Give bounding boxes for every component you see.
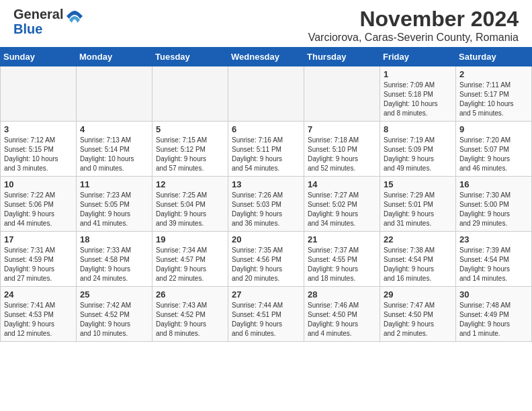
day-number: 2	[459, 69, 528, 79]
calendar-cell: 22Sunrise: 7:38 AM Sunset: 4:54 PM Dayli…	[380, 232, 456, 287]
calendar-cell: 16Sunrise: 7:30 AM Sunset: 5:00 PM Dayli…	[456, 177, 532, 232]
day-info: Sunrise: 7:48 AM Sunset: 4:49 PM Dayligh…	[459, 301, 528, 338]
calendar-cell: 12Sunrise: 7:25 AM Sunset: 5:04 PM Dayli…	[152, 177, 228, 232]
weekday-header-row: SundayMondayTuesdayWednesdayThursdayFrid…	[1, 48, 532, 66]
day-number: 6	[232, 124, 300, 134]
calendar-cell: 19Sunrise: 7:34 AM Sunset: 4:57 PM Dayli…	[152, 232, 228, 287]
calendar-cell: 27Sunrise: 7:44 AM Sunset: 4:51 PM Dayli…	[228, 287, 304, 342]
calendar-cell	[1, 66, 77, 122]
day-info: Sunrise: 7:31 AM Sunset: 4:59 PM Dayligh…	[4, 246, 73, 283]
day-info: Sunrise: 7:26 AM Sunset: 5:03 PM Dayligh…	[232, 191, 300, 228]
day-info: Sunrise: 7:20 AM Sunset: 5:07 PM Dayligh…	[459, 136, 528, 173]
day-number: 3	[4, 124, 73, 134]
calendar-cell: 4Sunrise: 7:13 AM Sunset: 5:14 PM Daylig…	[77, 122, 152, 177]
day-number: 15	[384, 179, 452, 189]
logo-blue: Blue	[13, 21, 42, 36]
day-info: Sunrise: 7:39 AM Sunset: 4:54 PM Dayligh…	[459, 246, 528, 283]
calendar-cell: 2Sunrise: 7:11 AM Sunset: 5:17 PM Daylig…	[456, 66, 532, 122]
day-number: 14	[308, 179, 376, 189]
location: Varciorova, Caras-Severin County, Romani…	[308, 32, 519, 44]
calendar-cell: 10Sunrise: 7:22 AM Sunset: 5:06 PM Dayli…	[1, 177, 77, 232]
day-number: 11	[80, 179, 148, 189]
calendar-cell: 5Sunrise: 7:15 AM Sunset: 5:12 PM Daylig…	[152, 122, 228, 177]
day-number: 8	[384, 124, 452, 134]
day-info: Sunrise: 7:16 AM Sunset: 5:11 PM Dayligh…	[232, 136, 300, 173]
calendar-cell: 24Sunrise: 7:41 AM Sunset: 4:53 PM Dayli…	[1, 287, 77, 342]
day-number: 25	[80, 289, 148, 300]
calendar-cell: 26Sunrise: 7:43 AM Sunset: 4:52 PM Dayli…	[152, 287, 228, 342]
day-info: Sunrise: 7:47 AM Sunset: 4:50 PM Dayligh…	[384, 301, 452, 338]
calendar-cell: 21Sunrise: 7:37 AM Sunset: 4:55 PM Dayli…	[304, 232, 380, 287]
day-info: Sunrise: 7:22 AM Sunset: 5:06 PM Dayligh…	[4, 191, 73, 228]
calendar-cell: 1Sunrise: 7:09 AM Sunset: 5:18 PM Daylig…	[380, 66, 456, 122]
calendar-cell	[304, 66, 380, 122]
day-number: 26	[156, 289, 224, 300]
calendar-cell: 9Sunrise: 7:20 AM Sunset: 5:07 PM Daylig…	[456, 122, 532, 177]
week-row-3: 17Sunrise: 7:31 AM Sunset: 4:59 PM Dayli…	[1, 232, 532, 287]
logo: General Blue	[13, 7, 84, 36]
page-header: General Blue November 2024 Varciorova, C…	[0, 0, 532, 47]
day-info: Sunrise: 7:35 AM Sunset: 4:56 PM Dayligh…	[232, 246, 300, 283]
day-info: Sunrise: 7:29 AM Sunset: 5:01 PM Dayligh…	[384, 191, 452, 228]
day-number: 10	[4, 179, 73, 189]
calendar-cell: 30Sunrise: 7:48 AM Sunset: 4:49 PM Dayli…	[456, 287, 532, 342]
day-number: 21	[308, 234, 376, 244]
day-number: 20	[232, 234, 300, 244]
calendar-cell: 7Sunrise: 7:18 AM Sunset: 5:10 PM Daylig…	[304, 122, 380, 177]
title-section: November 2024 Varciorova, Caras-Severin …	[308, 7, 519, 44]
day-info: Sunrise: 7:44 AM Sunset: 4:51 PM Dayligh…	[232, 301, 300, 338]
calendar-cell: 23Sunrise: 7:39 AM Sunset: 4:54 PM Dayli…	[456, 232, 532, 287]
calendar-body: 1Sunrise: 7:09 AM Sunset: 5:18 PM Daylig…	[1, 66, 532, 342]
day-info: Sunrise: 7:37 AM Sunset: 4:55 PM Dayligh…	[308, 246, 376, 283]
day-number: 23	[459, 234, 528, 244]
week-row-1: 3Sunrise: 7:12 AM Sunset: 5:15 PM Daylig…	[1, 122, 532, 177]
calendar-cell: 18Sunrise: 7:33 AM Sunset: 4:58 PM Dayli…	[77, 232, 152, 287]
week-row-2: 10Sunrise: 7:22 AM Sunset: 5:06 PM Dayli…	[1, 177, 532, 232]
day-info: Sunrise: 7:46 AM Sunset: 4:50 PM Dayligh…	[308, 301, 376, 338]
day-info: Sunrise: 7:12 AM Sunset: 5:15 PM Dayligh…	[4, 136, 73, 173]
day-info: Sunrise: 7:23 AM Sunset: 5:05 PM Dayligh…	[80, 191, 148, 228]
calendar-cell: 11Sunrise: 7:23 AM Sunset: 5:05 PM Dayli…	[77, 177, 152, 232]
logo-wave-icon	[65, 9, 84, 28]
day-number: 16	[459, 179, 528, 189]
calendar-cell: 29Sunrise: 7:47 AM Sunset: 4:50 PM Dayli…	[380, 287, 456, 342]
weekday-header-saturday: Saturday	[456, 48, 532, 66]
day-number: 29	[384, 289, 452, 300]
day-info: Sunrise: 7:25 AM Sunset: 5:04 PM Dayligh…	[156, 191, 224, 228]
day-info: Sunrise: 7:11 AM Sunset: 5:17 PM Dayligh…	[459, 81, 528, 118]
day-info: Sunrise: 7:38 AM Sunset: 4:54 PM Dayligh…	[384, 246, 452, 283]
week-row-0: 1Sunrise: 7:09 AM Sunset: 5:18 PM Daylig…	[1, 66, 532, 122]
weekday-header-wednesday: Wednesday	[228, 48, 304, 66]
calendar-cell: 3Sunrise: 7:12 AM Sunset: 5:15 PM Daylig…	[1, 122, 77, 177]
month-title: November 2024	[308, 7, 519, 32]
day-number: 24	[4, 289, 73, 300]
day-number: 19	[156, 234, 224, 244]
calendar-table: SundayMondayTuesdayWednesdayThursdayFrid…	[0, 47, 532, 342]
day-number: 17	[4, 234, 73, 244]
day-info: Sunrise: 7:30 AM Sunset: 5:00 PM Dayligh…	[459, 191, 528, 228]
calendar-cell: 14Sunrise: 7:27 AM Sunset: 5:02 PM Dayli…	[304, 177, 380, 232]
day-number: 27	[232, 289, 300, 300]
day-number: 30	[459, 289, 528, 300]
day-number: 4	[80, 124, 148, 134]
weekday-header-monday: Monday	[77, 48, 152, 66]
weekday-header-friday: Friday	[380, 48, 456, 66]
calendar-cell: 28Sunrise: 7:46 AM Sunset: 4:50 PM Dayli…	[304, 287, 380, 342]
day-info: Sunrise: 7:34 AM Sunset: 4:57 PM Dayligh…	[156, 246, 224, 283]
weekday-header-sunday: Sunday	[1, 48, 77, 66]
day-info: Sunrise: 7:43 AM Sunset: 4:52 PM Dayligh…	[156, 301, 224, 338]
calendar-cell: 20Sunrise: 7:35 AM Sunset: 4:56 PM Dayli…	[228, 232, 304, 287]
day-info: Sunrise: 7:42 AM Sunset: 4:52 PM Dayligh…	[80, 301, 148, 338]
logo-general: General	[13, 7, 63, 21]
calendar-cell: 6Sunrise: 7:16 AM Sunset: 5:11 PM Daylig…	[228, 122, 304, 177]
day-info: Sunrise: 7:33 AM Sunset: 4:58 PM Dayligh…	[80, 246, 148, 283]
day-number: 9	[459, 124, 528, 134]
day-info: Sunrise: 7:09 AM Sunset: 5:18 PM Dayligh…	[384, 81, 452, 118]
calendar-cell: 15Sunrise: 7:29 AM Sunset: 5:01 PM Dayli…	[380, 177, 456, 232]
day-number: 13	[232, 179, 300, 189]
day-number: 12	[156, 179, 224, 189]
calendar-cell: 25Sunrise: 7:42 AM Sunset: 4:52 PM Dayli…	[77, 287, 152, 342]
calendar-cell: 13Sunrise: 7:26 AM Sunset: 5:03 PM Dayli…	[228, 177, 304, 232]
weekday-header-tuesday: Tuesday	[152, 48, 228, 66]
calendar-cell: 8Sunrise: 7:19 AM Sunset: 5:09 PM Daylig…	[380, 122, 456, 177]
